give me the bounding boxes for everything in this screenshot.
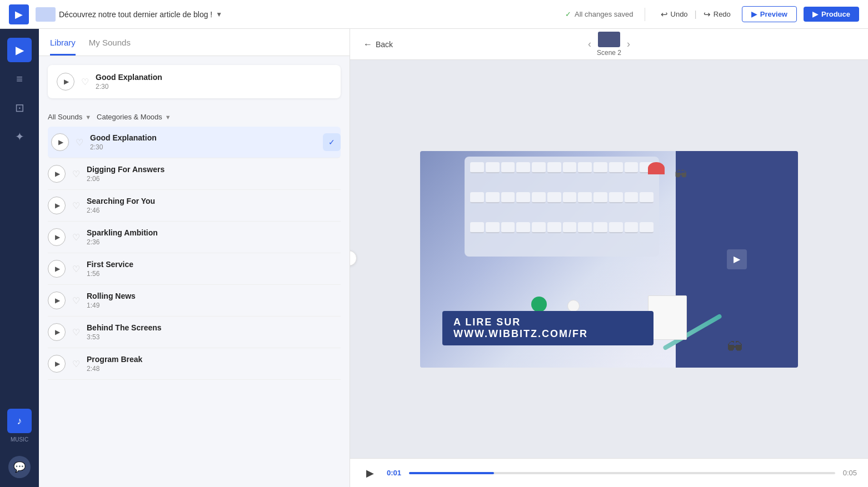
track-play-button[interactable]: ▶ [48,292,66,309]
track-name: Rolling News [87,292,341,300]
track-duration: 2:06 [87,175,341,183]
sidebar-item-list[interactable]: ≡ [7,67,32,91]
track-heart-icon[interactable]: ♡ [72,200,80,211]
redo-icon: ↪ [704,9,711,19]
track-heart-icon[interactable]: ♡ [72,232,80,243]
back-button[interactable]: ← Back [363,39,393,49]
project-thumbnail [36,7,56,22]
desk-ball-white-2 [567,300,580,312]
play-icon: ▶ [55,233,60,241]
playback-bar: ▶ 0:01 0:05 [350,458,868,487]
track-item[interactable]: ▶ ♡ Rolling News 1:49 [48,285,341,317]
desk-glasses: 🕶 [675,168,687,182]
track-play-button[interactable]: ▶ [48,165,66,183]
undo-icon: ↩ [661,9,668,19]
track-item[interactable]: ▶ ♡ Good Explanation 2:30 ✓ [48,127,341,158]
preview-button[interactable]: ▶ Preview [742,6,797,22]
track-item[interactable]: ▶ ♡ Program Break 2:48 [48,348,341,380]
track-heart-icon[interactable]: ♡ [72,327,80,338]
logo-icon: ▶ [9,4,29,24]
playback-play-button[interactable]: ▶ [361,464,379,482]
track-item[interactable]: ▶ ♡ Sparkling Ambition 2:36 [48,222,341,253]
chat-icon[interactable]: 💬 [8,456,31,478]
produce-button[interactable]: ▶ Produce [804,7,859,22]
filter-bar: All Sounds ▼ Categories & Moods ▼ [39,107,350,127]
track-duration: 2:48 [87,365,341,373]
video-play-overlay[interactable]: ▶ [727,249,747,269]
track-play-button[interactable]: ▶ [51,133,69,151]
sidebar-item-image[interactable]: ⊡ [7,96,32,120]
track-play-button[interactable]: ▶ [48,355,66,373]
scene-prev-button[interactable]: ‹ [588,38,591,50]
track-list: ▶ ♡ Good Explanation 2:30 ✓ ▶ ♡ Digging … [39,127,350,487]
separator: | [695,9,697,19]
preview-play-icon: ▶ [751,10,757,18]
progress-fill [409,472,494,474]
desk-glasses-2: 🕶 [727,338,742,357]
selected-track-info: Good Explanation 2:30 [96,73,332,91]
redo-button[interactable]: ↪ Redo [699,7,735,22]
track-heart-icon[interactable]: ♡ [72,295,80,306]
track-heart-icon[interactable]: ♡ [76,137,83,148]
track-play-button[interactable]: ▶ [48,228,66,246]
saved-status: ✓ All changes saved [565,10,633,18]
panel-tabs: Library My Sounds [39,29,350,56]
selected-track-heart-icon[interactable]: ♡ [81,77,89,87]
track-item[interactable]: ▶ ♡ Digging For Answers 2:06 [48,158,341,190]
track-play-button[interactable]: ▶ [48,197,66,214]
track-duration: 3:53 [87,333,341,341]
play-icon: ▶ [55,265,60,273]
undo-redo-group: ↩ Undo | ↪ Redo [656,7,735,22]
music-label: MUSIC [11,436,28,443]
scene-navigation: ‹ Scene 2 › [588,32,630,57]
track-duration: 2:36 [87,238,341,246]
track-name: Sparkling Ambition [87,228,341,237]
music-panel: Library My Sounds ▶ ♡ Good Explanation 2… [39,29,350,487]
scene-thumbnail [598,32,620,47]
desk-notebook [648,295,687,340]
track-item[interactable]: ▶ ♡ First Service 1:56 [48,253,341,285]
selected-track-duration: 2:30 [96,83,332,91]
selected-track-play-button[interactable]: ▶ [57,73,74,91]
all-sounds-filter[interactable]: All Sounds ▼ [48,113,91,121]
desk-ball-green [531,297,547,312]
sidebar: ▶ ≡ ⊡ ✦ ♪ MUSIC 💬 [0,29,39,487]
project-selector[interactable]: Découvrez notre tout dernier article de … [36,7,222,22]
track-play-button[interactable]: ▶ [48,323,66,341]
video-content: ▶ 🕶 🕶 A LIRE SUR WWW.WIBBITZ.COM/FR [420,151,798,368]
track-heart-icon[interactable]: ♡ [72,264,80,274]
keyboard-area [465,157,659,257]
sidebar-item-music[interactable]: ♪ [7,409,32,433]
current-time: 0:01 [387,469,401,477]
track-name: Behind The Screens [87,323,341,332]
preview-label: Preview [760,10,787,18]
play-icon: ▶ [55,297,60,304]
scene-label: Scene 2 [597,49,621,57]
track-heart-icon[interactable]: ♡ [72,169,80,179]
play-icon: ▶ [55,360,60,368]
tab-library[interactable]: Library [50,38,76,56]
track-heart-icon[interactable]: ♡ [72,359,80,369]
track-selected-badge: ✓ [323,133,341,151]
side-panel-blue: ▶ [676,151,798,368]
categories-moods-arrow-icon: ▼ [165,114,171,121]
categories-moods-filter[interactable]: Categories & Moods ▼ [97,113,171,121]
selected-track-name: Good Explanation [96,73,332,82]
track-info: Digging For Answers 2:06 [87,165,341,183]
scene-next-button[interactable]: › [627,38,630,50]
sidebar-item-edit[interactable]: ✦ [7,124,32,149]
track-info: First Service 1:56 [87,260,341,278]
back-arrow-icon: ← [363,39,372,49]
tab-my-sounds[interactable]: My Sounds [89,38,131,56]
track-play-button[interactable]: ▶ [48,260,66,278]
play-triangle-icon: ▶ [64,78,69,86]
track-name: First Service [87,260,341,269]
undo-button[interactable]: ↩ Undo [656,7,692,22]
progress-track[interactable] [409,472,835,474]
track-item[interactable]: ▶ ♡ Behind The Screens 3:53 [48,317,341,348]
sidebar-item-video[interactable]: ▶ [7,38,32,62]
track-item[interactable]: ▶ ♡ Searching For You 2:46 [48,190,341,222]
desk-red-object [648,162,665,174]
scene-thumbnail-group: Scene 2 [597,32,621,57]
video-area: ▶ 🕶 🕶 A LIRE SUR WWW.WIBBITZ.COM/FR [350,60,868,458]
